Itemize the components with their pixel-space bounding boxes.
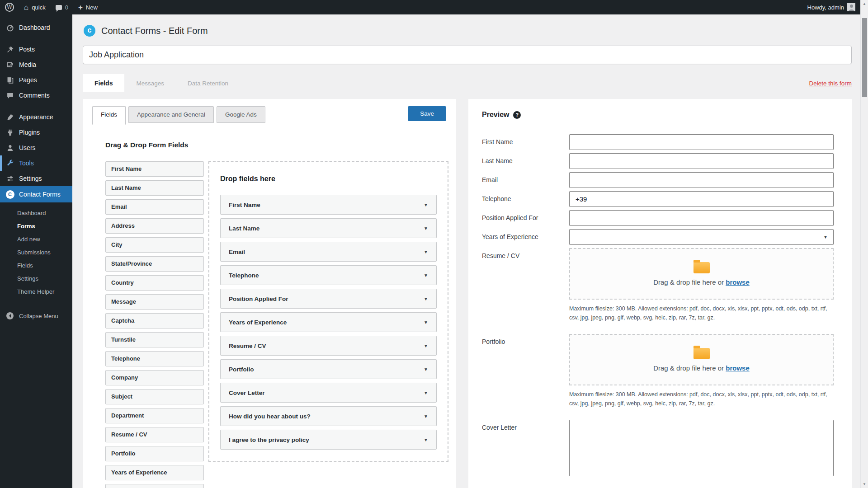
sidebar-item-media[interactable]: Media (0, 57, 72, 72)
caret-down-icon[interactable] (424, 226, 428, 231)
wordpress-menu[interactable] (0, 0, 19, 14)
dropped-field-email[interactable]: Email (220, 242, 437, 262)
window-scrollbar[interactable] (860, 0, 868, 488)
palette-item-city[interactable]: City (105, 237, 204, 253)
sidebar-item-plugins[interactable]: Plugins (0, 125, 72, 140)
dropped-field-position-applied-for[interactable]: Position Applied For (220, 289, 437, 309)
delete-form-link[interactable]: Delete this form (809, 80, 852, 87)
caret-down-icon[interactable] (424, 273, 428, 278)
caret-down-icon[interactable] (424, 437, 428, 442)
question-circle-icon[interactable] (513, 111, 521, 119)
palette-item-years-of-experience[interactable]: Years of Experience (105, 465, 204, 480)
collapse-menu-button[interactable]: Collapse Menu (0, 308, 72, 324)
palette-item-turnstile[interactable]: Turnstile (105, 332, 204, 347)
dropped-field-cover-letter[interactable]: Cover Letter (220, 383, 437, 403)
submenu-item-submissions[interactable]: Submissions (0, 246, 72, 259)
caret-down-icon[interactable] (424, 414, 428, 419)
preview-row-portfolio: Portfolio Drag & drop file here or brows… (482, 334, 834, 414)
scroll-up-icon[interactable] (861, 2, 868, 6)
site-link[interactable]: quick (19, 0, 51, 14)
dropped-field-portfolio[interactable]: Portfolio (220, 359, 437, 379)
comment-icon (5, 92, 14, 99)
cover-letter-textarea[interactable] (569, 420, 834, 476)
palette-item-last-name[interactable]: Last Name (105, 180, 204, 196)
menu-separator (0, 103, 72, 109)
last-name-input[interactable] (569, 153, 834, 169)
palette-item-resume-cv[interactable]: Resume / CV (105, 427, 204, 442)
dropped-field-first-name[interactable]: First Name (220, 195, 437, 215)
submenu-item-add-new[interactable]: Add new (0, 233, 72, 246)
form-name-input[interactable] (83, 46, 852, 64)
sidebar-item-label: Pages (19, 76, 37, 84)
dropped-field-label: Telephone (229, 272, 259, 279)
palette-item-state-province[interactable]: State/Province (105, 256, 204, 272)
sidebar-item-pages[interactable]: Pages (0, 72, 72, 88)
sidebar-item-label: Users (19, 144, 36, 151)
browse-link[interactable]: browse (726, 364, 750, 372)
new-content-menu[interactable]: New (73, 0, 103, 14)
file-restrictions-note: Maximum filesize: 300 MB. Allowed extens… (569, 304, 834, 322)
browse-link[interactable]: browse (726, 278, 750, 286)
dropped-field-how-did-you-hear[interactable]: How did you hear about us? (220, 406, 437, 426)
submenu-item-forms[interactable]: Forms (0, 220, 72, 233)
palette-item-message[interactable]: Message (105, 294, 204, 310)
tab-messages[interactable]: Messages (124, 74, 176, 92)
sidebar-item-dashboard[interactable]: Dashboard (0, 20, 72, 35)
caret-down-icon[interactable] (424, 343, 428, 348)
palette-item-telephone[interactable]: Telephone (105, 351, 204, 366)
form-dropzone[interactable]: Drop fields here First Name Last Name Em… (208, 161, 448, 462)
dropped-field-telephone[interactable]: Telephone (220, 265, 437, 285)
comments-shortcut[interactable]: 0 (51, 0, 73, 14)
account-menu[interactable]: Howdy, admin (802, 0, 860, 14)
caret-down-icon[interactable] (424, 320, 428, 325)
field-label: Cover Letter (482, 420, 569, 476)
palette-item-first-name[interactable]: First Name (105, 161, 204, 177)
save-button[interactable]: Save (408, 106, 446, 121)
position-applied-for-input[interactable] (569, 210, 834, 226)
palette-item-partial[interactable] (105, 484, 204, 488)
submenu-item-fields[interactable]: Fields (0, 259, 72, 272)
scrollbar-thumb[interactable] (862, 18, 867, 97)
years-of-experience-select[interactable] (569, 229, 834, 245)
caret-down-icon[interactable] (424, 202, 428, 207)
caret-down-icon[interactable] (424, 367, 428, 372)
sidebar-item-posts[interactable]: Posts (0, 42, 72, 57)
submenu-item-settings[interactable]: Settings (0, 272, 72, 285)
first-name-input[interactable] (569, 134, 834, 150)
sidebar-item-users[interactable]: Users (0, 140, 72, 155)
palette-item-subject[interactable]: Subject (105, 389, 204, 404)
page-title: Contact Forms - Edit Form (101, 26, 208, 36)
sidebar-item-contact-forms[interactable]: Contact Forms (0, 186, 72, 202)
tab-data-retention[interactable]: Data Retention (176, 74, 240, 92)
sidebar-item-comments[interactable]: Comments (0, 88, 72, 103)
palette-item-address[interactable]: Address (105, 218, 204, 234)
scroll-down-icon[interactable] (861, 482, 868, 486)
palette-item-email[interactable]: Email (105, 199, 204, 215)
submenu-item-dashboard[interactable]: Dashboard (0, 206, 72, 220)
sidebar-item-settings[interactable]: Settings (0, 171, 72, 186)
palette-item-company[interactable]: Company (105, 370, 204, 385)
palette-item-portfolio[interactable]: Portfolio (105, 446, 204, 461)
editor-tab-google-ads[interactable]: Google Ads (217, 106, 265, 123)
caret-down-icon[interactable] (424, 390, 428, 395)
sidebar-item-tools[interactable]: Tools (0, 155, 72, 171)
editor-tab-fields[interactable]: Fields (92, 106, 126, 125)
portfolio-file-dropzone[interactable]: Drag & drop file here or browse (569, 334, 834, 385)
tab-fields[interactable]: Fields (83, 74, 124, 92)
caret-down-icon[interactable] (424, 249, 428, 254)
dropped-field-label: Email (229, 249, 245, 255)
caret-down-icon[interactable] (424, 296, 428, 301)
sidebar-item-appearance[interactable]: Appearance (0, 109, 72, 125)
palette-item-department[interactable]: Department (105, 408, 204, 423)
submenu-item-theme-helper[interactable]: Theme Helper (0, 285, 72, 298)
dropped-field-years-of-experience[interactable]: Years of Experience (220, 312, 437, 332)
telephone-input[interactable] (569, 191, 834, 207)
editor-tab-appearance[interactable]: Appearance and General (128, 106, 214, 123)
dropped-field-resume-cv[interactable]: Resume / CV (220, 336, 437, 356)
dropped-field-privacy-policy[interactable]: I agree to the privacy policy (220, 430, 437, 450)
email-input[interactable] (569, 172, 834, 188)
dropped-field-last-name[interactable]: Last Name (220, 218, 437, 238)
resume-file-dropzone[interactable]: Drag & drop file here or browse (569, 248, 834, 300)
palette-item-country[interactable]: Country (105, 275, 204, 291)
palette-item-captcha[interactable]: Captcha (105, 313, 204, 328)
